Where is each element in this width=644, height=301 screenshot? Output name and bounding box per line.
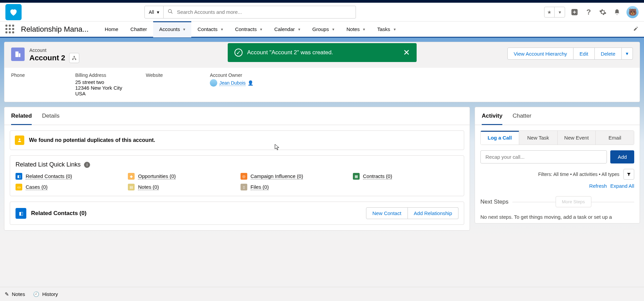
user-avatar[interactable]: 🐻 — [626, 6, 639, 18]
new-contact-button[interactable]: New Contact — [366, 207, 408, 219]
nav-tab-home[interactable]: Home — [99, 21, 124, 37]
more-steps-button[interactable]: More Steps — [556, 196, 591, 207]
bell-icon[interactable] — [612, 7, 622, 17]
act-tab-email[interactable]: Email — [595, 131, 634, 145]
quick-links-grid: ◧Related Contacts (0) ◆Opportunities (0)… — [16, 173, 458, 190]
search-icon — [168, 9, 173, 15]
check-icon: ✓ — [234, 49, 243, 57]
edit-nav-icon[interactable] — [633, 26, 639, 32]
tab-related[interactable]: Related — [11, 107, 32, 125]
billing-address-field: Billing Address 25 street two 12346 New … — [75, 72, 122, 96]
svg-rect-3 — [16, 52, 19, 57]
act-tab-log-call[interactable]: Log a Call — [481, 131, 519, 145]
search-input[interactable] — [177, 9, 352, 15]
case-icon: ▭ — [16, 184, 22, 190]
chevron-down-icon: ▾ — [157, 9, 159, 15]
nav-tab-accounts[interactable]: Accounts▾ — [153, 21, 192, 37]
quick-links-card: Related List Quick Links i ◧Related Cont… — [10, 155, 464, 196]
nav-tab-notes[interactable]: Notes▾ — [340, 21, 371, 37]
filter-summary: Filters: All time • All activities • All… — [538, 172, 619, 177]
account-icon — [11, 48, 25, 61]
chevron-down-icon: ▾ — [332, 27, 334, 32]
highlight-panel: Phone Billing Address 25 street two 1234… — [4, 68, 640, 102]
search-box[interactable] — [164, 6, 356, 19]
chevron-down-icon: ▾ — [363, 27, 365, 32]
svg-rect-7 — [75, 59, 77, 60]
nav-tabs: Home Chatter Accounts▾ Contacts▾ Contrac… — [99, 21, 402, 37]
star-icon: ★ — [544, 7, 555, 17]
quick-links-title: Related List Quick Links i — [16, 161, 458, 168]
favorites-button[interactable]: ★ ▾ — [544, 7, 565, 18]
help-icon[interactable]: ? — [584, 7, 593, 17]
info-icon[interactable]: i — [84, 162, 90, 168]
owner-link[interactable]: Jean Dubois — [219, 80, 246, 86]
left-column: Related Details We found no potential du… — [4, 107, 470, 235]
change-owner-icon[interactable]: 👤 — [248, 80, 253, 86]
gear-icon[interactable] — [598, 7, 608, 17]
owner-avatar — [210, 79, 217, 87]
delete-button[interactable]: Delete — [595, 48, 622, 60]
nav-tab-chatter[interactable]: Chatter — [124, 21, 153, 37]
contract-icon: ▦ — [353, 173, 360, 180]
svg-rect-6 — [73, 59, 74, 60]
ql-contracts[interactable]: ▦Contracts (0) — [353, 173, 458, 180]
act-tab-new-event[interactable]: New Event — [557, 131, 596, 145]
ql-related-contacts[interactable]: ◧Related Contacts (0) — [16, 173, 121, 180]
expand-all-link[interactable]: Expand All — [610, 183, 634, 189]
related-card: Related Details We found no potential du… — [4, 107, 470, 231]
add-button[interactable] — [570, 7, 579, 17]
svg-rect-4 — [19, 53, 21, 57]
search-scope-selector[interactable]: All ▾ — [144, 6, 164, 19]
left-tabs: Related Details — [4, 107, 470, 125]
nav-tab-groups[interactable]: Groups▾ — [306, 21, 340, 37]
record-actions: View Account Hierarchy Edit Delete ▾ — [507, 48, 633, 60]
refresh-link[interactable]: Refresh — [589, 183, 607, 189]
filter-icon[interactable] — [623, 169, 634, 180]
campaign-icon: ◎ — [241, 173, 247, 180]
add-call-button[interactable]: Add — [610, 150, 634, 163]
related-contacts-card: ◧ Related Contacts (0) New Contact Add R… — [10, 202, 464, 225]
phone-field: Phone — [11, 72, 52, 96]
window-top-bar — [0, 0, 644, 3]
svg-point-0 — [168, 9, 171, 12]
toast-close-button[interactable]: ✕ — [403, 48, 410, 57]
activity-type-tabs: Log a Call New Task New Event Email — [480, 130, 634, 145]
next-steps-label: Next Steps — [480, 199, 512, 205]
app-launcher-icon[interactable] — [5, 25, 15, 34]
hierarchy-icon-button[interactable] — [69, 53, 79, 63]
right-tabs: Activity Chatter — [475, 107, 640, 125]
duplicates-message: We found no potential duplicates of this… — [29, 137, 155, 143]
nav-tab-contracts[interactable]: Contracts▾ — [229, 21, 268, 37]
record-type-label: Account — [29, 48, 79, 53]
website-field: Website — [146, 72, 186, 96]
file-icon: ▯ — [241, 184, 247, 190]
svg-rect-5 — [74, 56, 75, 57]
global-header: All ▾ ★ ▾ ? 🐻 — [0, 3, 644, 22]
ql-cases[interactable]: ▭Cases (0) — [16, 184, 121, 190]
tab-activity[interactable]: Activity — [482, 107, 502, 125]
next-steps-row: Next Steps More Steps — [475, 193, 640, 211]
nav-tab-contacts[interactable]: Contacts▾ — [191, 21, 229, 37]
edit-button[interactable]: Edit — [573, 48, 595, 60]
act-tab-new-task[interactable]: New Task — [519, 131, 557, 145]
log-call-row: Add — [475, 150, 640, 169]
ql-files[interactable]: ▯Files (0) — [241, 184, 346, 190]
app-logo[interactable] — [5, 4, 22, 20]
add-relationship-button[interactable]: Add Relationship — [408, 207, 458, 219]
ql-campaign-influence[interactable]: ◎Campaign Influence (0) — [241, 173, 346, 180]
owner-field: Account Owner Jean Dubois 👤 — [210, 72, 253, 96]
recap-input[interactable] — [480, 150, 607, 163]
ql-notes[interactable]: ▤Notes (0) — [128, 184, 233, 190]
tab-details[interactable]: Details — [42, 107, 59, 125]
related-contacts-actions: New Contact Add Relationship — [366, 207, 458, 219]
nav-tab-calendar[interactable]: Calendar▾ — [268, 21, 306, 37]
tab-chatter[interactable]: Chatter — [512, 107, 531, 125]
heart-icon — [9, 7, 18, 17]
chevron-down-icon: ▾ — [298, 27, 300, 32]
chevron-down-icon: ▾ — [394, 27, 396, 32]
view-hierarchy-button[interactable]: View Account Hierarchy — [507, 48, 573, 60]
more-actions-button[interactable]: ▾ — [622, 48, 633, 60]
ql-opportunities[interactable]: ◆Opportunities (0) — [128, 173, 233, 180]
related-contacts-icon: ◧ — [16, 208, 26, 219]
nav-tab-tasks[interactable]: Tasks▾ — [371, 21, 401, 37]
